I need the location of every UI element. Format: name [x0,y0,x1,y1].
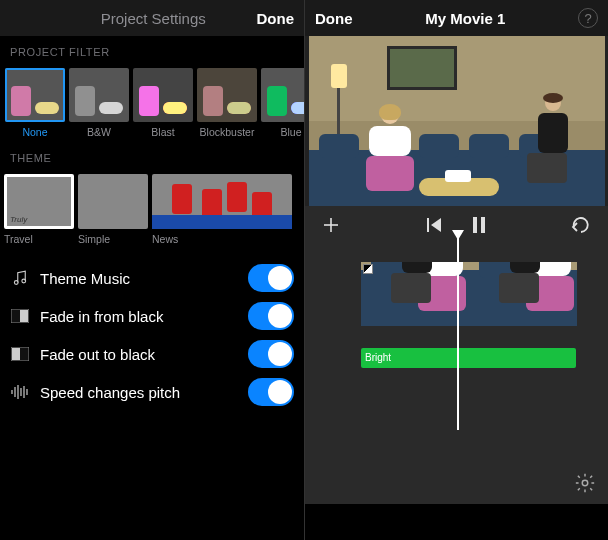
audio-clip[interactable]: Bright [361,348,576,368]
filter-blue[interactable]: Blue [260,68,304,138]
settings-navbar: Project Settings Done [0,0,304,36]
theme-thumb-image [78,174,148,229]
music-note-icon [10,268,30,288]
theme-news[interactable]: News News [152,174,292,245]
undo-button[interactable] [570,217,592,233]
settings-title: Project Settings [101,10,206,27]
add-media-button[interactable] [321,215,341,235]
svg-point-1 [22,279,26,283]
setting-label: Fade in from black [40,308,163,325]
clip-start-marker [363,264,373,274]
help-icon: ? [584,11,591,26]
editor-done-button[interactable]: Done [315,10,353,27]
waveform-icon [10,382,30,402]
setting-speed-pitch: Speed changes pitch [10,373,294,411]
editor-panel: Done My Movie 1 ? [304,0,608,540]
fade-out-icon [10,344,30,364]
fade-in-icon [10,306,30,326]
filter-thumb-image [69,68,129,122]
project-settings-panel: Project Settings Done PROJECT FILTER Non… [0,0,304,540]
theme-strip[interactable]: Travel Simple News News [0,172,304,249]
preview-frame [309,36,605,206]
svg-marker-15 [431,218,441,232]
filter-label: Blast [151,126,174,138]
clip-thumb [361,262,469,326]
clip-thumb [469,262,577,326]
fade-out-toggle[interactable] [248,340,294,368]
theme-label: News [152,233,292,245]
setting-theme-music: Theme Music [10,259,294,297]
video-preview[interactable] [305,36,608,206]
setting-fade-in: Fade in from black [10,297,294,335]
theme-label: Travel [4,233,74,245]
filter-blast[interactable]: Blast [132,68,194,138]
svg-point-0 [14,281,18,285]
movie-title: My Movie 1 [425,10,505,27]
setting-label: Fade out to black [40,346,155,363]
playhead[interactable] [457,230,459,430]
speed-pitch-toggle[interactable] [248,378,294,406]
svg-rect-17 [481,217,485,233]
project-filter-header: PROJECT FILTER [0,36,304,66]
skip-back-button[interactable] [427,217,445,233]
filter-thumb-image [261,68,304,122]
setting-label: Theme Music [40,270,130,287]
filter-blockbuster[interactable]: Blockbuster [196,68,258,138]
svg-rect-14 [427,218,429,232]
filter-none[interactable]: None [4,68,66,138]
theme-music-toggle[interactable] [248,264,294,292]
theme-thumb-image: News [152,174,292,229]
help-button[interactable]: ? [578,8,598,28]
video-clip[interactable] [469,262,577,326]
filter-label: Blockbuster [200,126,255,138]
settings-list: Theme Music Fade in from black Fade out … [0,249,304,411]
settings-gear-button[interactable] [574,472,596,494]
filter-strip[interactable]: None B&W Blast Blockbuster Blue [0,66,304,142]
theme-label: Simple [78,233,148,245]
theme-header: THEME [0,142,304,172]
svg-rect-16 [473,217,477,233]
pause-button[interactable] [471,216,487,234]
svg-rect-5 [12,348,20,360]
setting-fade-out: Fade out to black [10,335,294,373]
video-clip[interactable] [361,262,469,326]
svg-point-18 [582,480,588,486]
theme-simple[interactable]: Simple [78,174,148,245]
filter-label: None [22,126,47,138]
setting-label: Speed changes pitch [40,384,180,401]
filter-thumb-image [5,68,65,122]
theme-travel[interactable]: Travel [4,174,74,245]
fade-in-toggle[interactable] [248,302,294,330]
filter-label: B&W [87,126,111,138]
filter-thumb-image [133,68,193,122]
filter-bw[interactable]: B&W [68,68,130,138]
filter-label: Blue [280,126,301,138]
news-badge: News [268,219,288,228]
audio-clip-label: Bright [365,352,391,363]
svg-rect-3 [20,310,28,322]
theme-thumb-image [4,174,74,229]
editor-navbar: Done My Movie 1 ? [305,0,608,36]
done-button[interactable]: Done [257,10,295,27]
filter-thumb-image [197,68,257,122]
timeline[interactable]: Bright [305,244,608,504]
